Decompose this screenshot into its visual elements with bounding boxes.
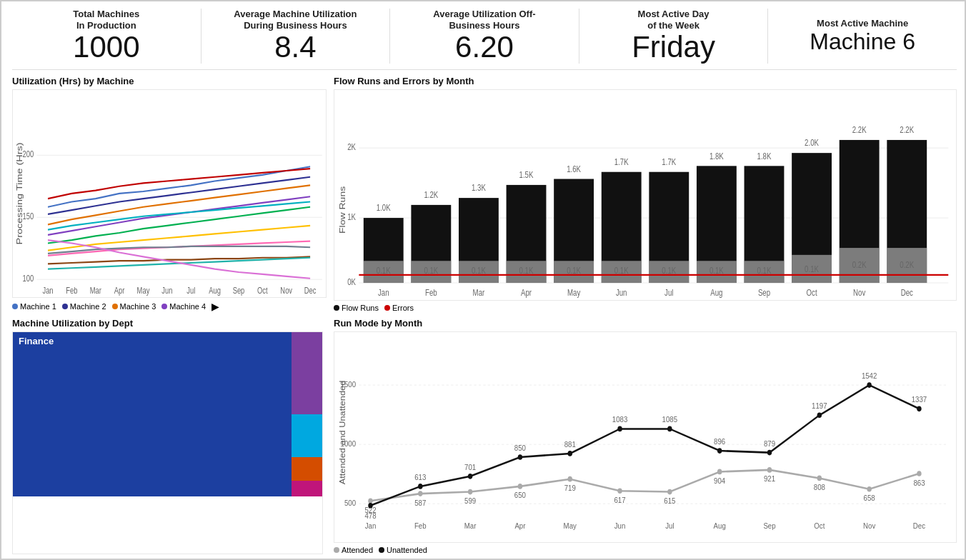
svg-text:1085: 1085 xyxy=(662,415,678,424)
kpi-most-active-machine: Most Active Machine Machine 6 xyxy=(768,18,957,54)
svg-point-125 xyxy=(817,413,822,419)
svg-text:Attended and Unattended: Attended and Unattended xyxy=(338,381,347,485)
svg-text:May: May xyxy=(567,288,581,297)
svg-text:0.1K: 0.1K xyxy=(519,266,534,276)
utilization-title: Utilization (Hrs) by Machine xyxy=(12,76,327,86)
svg-text:0.1K: 0.1K xyxy=(757,266,772,276)
svg-point-126 xyxy=(867,382,871,388)
svg-text:Sep: Sep xyxy=(233,286,245,296)
svg-text:2K: 2K xyxy=(347,142,356,151)
kpi-avg-utilization-biz: Average Machine UtilizationDuring Busine… xyxy=(201,9,391,64)
svg-text:1337: 1337 xyxy=(912,395,927,404)
dashboard: Total MachinesIn Production 1000 Average… xyxy=(1,1,966,560)
kpi-most-active-day-label: Most Active Dayof the Week xyxy=(587,9,761,31)
legend-more-icon[interactable]: ▶ xyxy=(211,301,219,312)
legend-label-unattended: Unattended xyxy=(387,546,427,554)
svg-text:200: 200 xyxy=(23,149,34,159)
svg-text:478: 478 xyxy=(364,511,376,520)
svg-text:1K: 1K xyxy=(347,212,356,221)
svg-text:0.1K: 0.1K xyxy=(424,266,438,276)
svg-point-97 xyxy=(617,489,622,494)
flow-runs-chart: 0K 1K 2K Flow Runs 1.0K xyxy=(334,89,957,301)
svg-text:617: 617 xyxy=(614,495,625,504)
treemap-title: Machine Utilization by Dept xyxy=(12,318,327,329)
svg-text:Dec: Dec xyxy=(901,288,914,297)
svg-text:1.2K: 1.2K xyxy=(424,190,438,199)
legend-dot-machine2 xyxy=(62,304,68,309)
svg-text:701: 701 xyxy=(464,462,476,471)
svg-text:150: 150 xyxy=(23,211,34,221)
legend-label-machine3: Machine 3 xyxy=(120,302,156,311)
svg-text:879: 879 xyxy=(764,439,775,448)
legend-label-machine4: Machine 4 xyxy=(169,302,206,311)
svg-text:Apr: Apr xyxy=(114,286,125,296)
svg-text:2.2K: 2.2K xyxy=(852,125,867,134)
utilization-panel: Utilization (Hrs) by Machine 100 150 200… xyxy=(12,76,327,312)
svg-point-103 xyxy=(917,471,921,476)
run-mode-title: Run Mode by Month xyxy=(334,318,957,329)
svg-text:Apr: Apr xyxy=(514,521,525,530)
svg-text:719: 719 xyxy=(564,484,576,493)
legend-label-machine1: Machine 1 xyxy=(20,302,56,311)
svg-text:0.1K: 0.1K xyxy=(709,266,724,276)
legend-machine3: Machine 3 xyxy=(112,302,156,311)
svg-point-117 xyxy=(418,484,422,489)
treemap-orange xyxy=(292,457,323,481)
svg-text:1.3K: 1.3K xyxy=(472,183,486,192)
treemap-blue xyxy=(292,414,323,457)
svg-text:0.1K: 0.1K xyxy=(805,264,819,274)
kpi-total-machines-label: Total MachinesIn Production xyxy=(19,9,194,31)
svg-text:Processing Time (Hrs): Processing Time (Hrs) xyxy=(15,143,24,245)
flow-runs-title: Flow Runs and Errors by Month xyxy=(334,76,957,86)
svg-text:658: 658 xyxy=(864,494,875,503)
kpi-most-active-day: Most Active Dayof the Week Friday xyxy=(579,9,769,64)
svg-text:0.2K: 0.2K xyxy=(852,260,867,269)
svg-text:Mar: Mar xyxy=(473,288,485,297)
treemap-chart: Finance xyxy=(12,331,323,554)
svg-text:Flow Runs: Flow Runs xyxy=(339,186,347,234)
svg-point-118 xyxy=(468,474,472,479)
kpi-most-active-day-value: Friday xyxy=(587,31,761,64)
legend-dot-attended xyxy=(334,547,339,553)
svg-text:Nov: Nov xyxy=(853,288,866,297)
svg-point-127 xyxy=(917,406,921,412)
charts-top-row: Utilization (Hrs) by Machine 100 150 200… xyxy=(12,76,957,312)
run-mode-panel: Run Mode by Month 500 1000 1500 Attended… xyxy=(334,318,957,554)
svg-text:0.1K: 0.1K xyxy=(614,266,629,276)
svg-text:Jul: Jul xyxy=(664,288,673,297)
svg-point-99 xyxy=(717,469,722,475)
treemap-purple xyxy=(292,332,323,414)
legend-dot-unattended xyxy=(379,547,384,553)
kpi-avg-utilization-biz-value: 8.4 xyxy=(209,31,383,64)
svg-text:Jan: Jan xyxy=(378,288,389,297)
svg-point-94 xyxy=(468,489,472,495)
svg-point-98 xyxy=(667,489,672,495)
svg-text:Sep: Sep xyxy=(763,521,775,530)
svg-text:0.2K: 0.2K xyxy=(900,260,914,269)
legend-machine1: Machine 1 xyxy=(12,302,56,311)
svg-text:Oct: Oct xyxy=(814,521,825,530)
svg-point-116 xyxy=(368,503,372,509)
svg-point-121 xyxy=(617,426,622,432)
svg-text:Aug: Aug xyxy=(710,288,722,297)
svg-point-100 xyxy=(767,467,772,473)
svg-text:613: 613 xyxy=(414,472,426,481)
legend-label-attended: Attended xyxy=(342,546,373,554)
treemap-pink xyxy=(292,481,323,496)
svg-text:Jan: Jan xyxy=(42,286,53,296)
kpi-most-active-machine-value: Machine 6 xyxy=(775,29,950,54)
svg-text:0K: 0K xyxy=(347,277,356,286)
svg-text:Jan: Jan xyxy=(365,521,377,530)
treemap-finance: Finance xyxy=(13,332,292,496)
svg-text:1.6K: 1.6K xyxy=(567,164,581,174)
svg-text:0.1K: 0.1K xyxy=(377,266,391,276)
svg-text:0.1K: 0.1K xyxy=(472,266,486,276)
utilization-legend: Machine 1 Machine 2 Machine 3 Machine 4 … xyxy=(12,301,327,312)
svg-text:Apr: Apr xyxy=(521,288,532,297)
legend-machine2: Machine 2 xyxy=(62,302,106,311)
flow-runs-panel: Flow Runs and Errors by Month 0K 1K 2K F… xyxy=(334,76,957,312)
svg-text:1.8K: 1.8K xyxy=(757,151,772,161)
svg-text:808: 808 xyxy=(814,482,825,491)
svg-text:0.1K: 0.1K xyxy=(567,266,581,276)
svg-text:1.7K: 1.7K xyxy=(614,157,629,166)
